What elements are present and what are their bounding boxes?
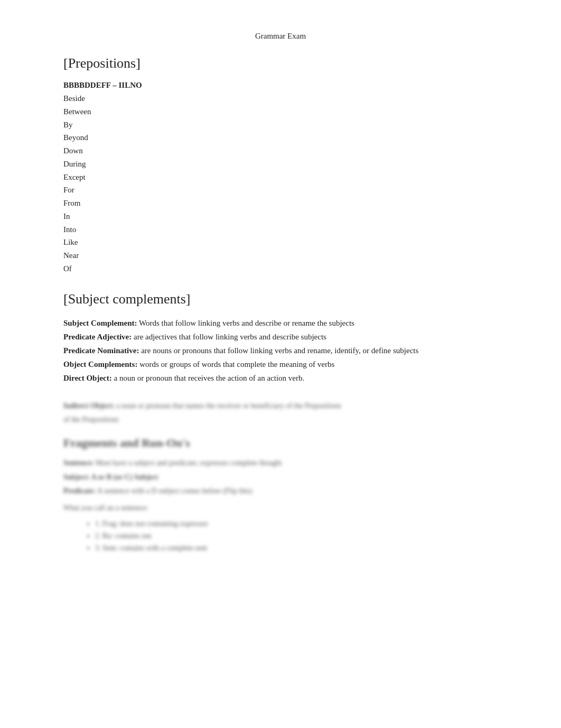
predicate-nominative-def: Predicate Nominative: are nouns or prono… xyxy=(63,344,498,357)
blurred-sentence-def: Sentence: Must have a subject and predic… xyxy=(63,457,498,469)
blurred-line-2: of the Prepositions xyxy=(63,414,498,426)
list-item: 3. Sent: contains with a complete sent xyxy=(95,542,498,554)
page-header: Grammar Exam xyxy=(63,32,498,41)
predicate-adjective-text: are adjectives that follow linking verbs… xyxy=(134,333,326,341)
object-complements-term: Object Complements: xyxy=(63,360,137,368)
list-item: For xyxy=(63,183,498,197)
object-complements-text: words or groups of words that complete t… xyxy=(139,360,334,368)
list-item: 1. Frag: does not containing expresses xyxy=(95,518,498,530)
list-item: In xyxy=(63,210,498,223)
subject-complement-text: Words that follow linking verbs and desc… xyxy=(139,319,354,327)
blurred-title: Fragments and Run-On's xyxy=(63,436,498,450)
predicate-adjective-def: Predicate Adjective: are adjectives that… xyxy=(63,330,498,343)
list-item: Into xyxy=(63,223,498,236)
predicate-nominative-text: are nouns or pronouns that follow linkin… xyxy=(141,346,418,355)
prepositions-list: Beside Between By Beyond Down During Exc… xyxy=(63,92,498,275)
list-item: Down xyxy=(63,144,498,158)
list-item: Except xyxy=(63,171,498,184)
blurred-line-1: Indirect Object: a noun or pronoun that … xyxy=(63,400,498,412)
direct-object-def: Direct Object: a noun or pronoun that re… xyxy=(63,372,498,384)
prepositions-title: [Prepositions] xyxy=(63,56,498,71)
blurred-subject-def: Subject: A or B (or C) Subject xyxy=(63,472,498,483)
blurred-what-label: What you call an a sentence: xyxy=(63,502,498,514)
subject-complements-title: [Subject complements] xyxy=(63,291,498,307)
prepositions-acronym: BBBBDDEFF – IILNO xyxy=(63,81,498,90)
list-item: Beside xyxy=(63,92,498,105)
predicate-nominative-term: Predicate Nominative: xyxy=(63,346,139,355)
prepositions-section: [Prepositions] BBBBDDEFF – IILNO Beside … xyxy=(63,56,498,275)
object-complements-def: Object Complements: words or groups of w… xyxy=(63,358,498,371)
subject-complements-section: [Subject complements] Subject Complement… xyxy=(63,291,498,384)
predicate-adjective-term: Predicate Adjective: xyxy=(63,333,132,341)
list-item: From xyxy=(63,197,498,210)
blurred-section: Indirect Object: a noun or pronoun that … xyxy=(63,400,498,555)
list-item: 2. Ru: contains run xyxy=(95,530,498,542)
list-item: Beyond xyxy=(63,131,498,144)
direct-object-text: a noun or pronoun that receives the acti… xyxy=(114,374,305,382)
list-item: Near xyxy=(63,249,498,262)
subject-complement-def: Subject Complement: Words that follow li… xyxy=(63,317,498,329)
blurred-list: 1. Frag: does not containing expresses 2… xyxy=(95,518,498,554)
list-item: During xyxy=(63,158,498,171)
list-item: By xyxy=(63,118,498,132)
subject-complement-term: Subject Complement: xyxy=(63,319,137,327)
blurred-predicate-def: Predicate: A sentence with a D subject c… xyxy=(63,485,498,497)
direct-object-term: Direct Object: xyxy=(63,374,112,382)
list-item: Of xyxy=(63,262,498,275)
list-item: Like xyxy=(63,236,498,249)
page-title: Grammar Exam xyxy=(255,32,306,40)
list-item: Between xyxy=(63,105,498,118)
